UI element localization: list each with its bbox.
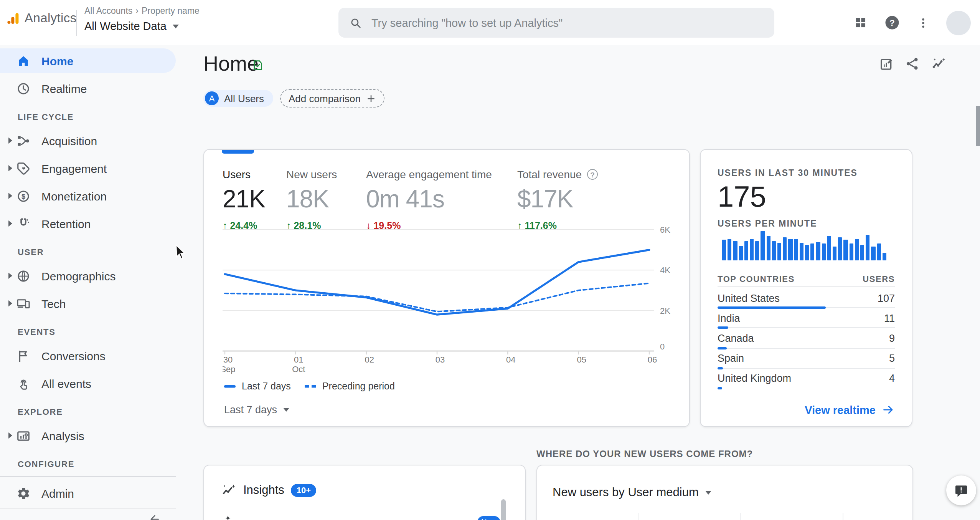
conversions-icon xyxy=(16,348,31,363)
property-selector[interactable]: All Website Data xyxy=(84,20,179,32)
sidebar-item-label: Conversions xyxy=(41,349,106,362)
arrow-right-icon xyxy=(882,403,895,416)
metric-users[interactable]: Users21K↑ 24.4% xyxy=(223,168,265,231)
breadcrumb-property-name[interactable]: Property name xyxy=(142,6,200,15)
country-name: Spain xyxy=(718,353,744,364)
demographics-icon xyxy=(16,268,31,283)
view-realtime-link[interactable]: View realtime xyxy=(805,403,895,416)
expand-arrow-icon[interactable] xyxy=(5,300,16,306)
sidebar-item-admin[interactable]: Admin xyxy=(0,479,176,507)
expand-arrow-icon[interactable] xyxy=(5,193,16,199)
chart-gridline xyxy=(843,513,843,520)
sidebar-item-monetization[interactable]: $Monetization xyxy=(0,182,176,210)
all-users-chip[interactable]: A All Users xyxy=(203,90,273,107)
apps-grid-icon[interactable] xyxy=(854,16,867,29)
sidebar-item-conversions[interactable]: Conversions xyxy=(0,342,176,369)
insight-item-sparkle-icon xyxy=(221,514,235,520)
top-countries-table: United States107India11Canada9Spain5Unit… xyxy=(718,288,895,389)
report-check-icon[interactable] xyxy=(252,59,264,75)
svg-text:30: 30 xyxy=(223,355,233,364)
per-minute-bar xyxy=(728,238,731,260)
sidebar-item-acquisition[interactable]: Acquisition xyxy=(0,127,176,154)
help-icon[interactable]: ? xyxy=(884,15,900,31)
report-toolbar xyxy=(879,56,946,71)
sidebar-section-life-cycle: LIFE CYCLE xyxy=(0,107,176,127)
feedback-button[interactable] xyxy=(946,475,976,505)
chevron-down-icon xyxy=(173,24,179,28)
expand-arrow-icon[interactable] xyxy=(5,220,16,227)
per-minute-bar xyxy=(871,247,875,260)
country-bar xyxy=(718,367,723,369)
share-icon[interactable] xyxy=(905,56,920,71)
realtime-clock-icon xyxy=(16,81,31,96)
comparison-chips: A All Users Add comparison xyxy=(203,89,384,108)
search-icon xyxy=(349,16,362,30)
users-trend-chart: 6K4K2K030Sep01Oct0203040506 xyxy=(223,227,683,380)
user-avatar[interactable] xyxy=(946,10,971,35)
add-comparison-chip[interactable]: Add comparison xyxy=(280,89,384,108)
svg-text:2K: 2K xyxy=(660,306,670,316)
sidebar-item-all-events[interactable]: All events xyxy=(0,369,176,397)
per-minute-bar xyxy=(766,236,770,260)
active-tab-indicator xyxy=(222,150,254,154)
date-range-selector[interactable]: Last 7 days xyxy=(224,404,289,416)
users-per-minute-chart xyxy=(722,231,886,260)
metric-average-engagement-time[interactable]: Average engagement time0m 41s↓ 19.5% xyxy=(366,168,492,231)
per-minute-bar xyxy=(877,243,881,260)
users-per-minute-label: USERS PER MINUTE xyxy=(718,219,817,228)
sidebar-item-label: Home xyxy=(41,54,73,67)
per-minute-bar xyxy=(805,245,809,260)
expand-arrow-icon[interactable] xyxy=(5,165,16,171)
analytics-logo-icon xyxy=(7,12,19,24)
top-countries-label: TOP COUNTRIES xyxy=(718,274,795,283)
insights-scrollbar[interactable] xyxy=(501,499,506,520)
sidebar-item-label: All events xyxy=(41,377,91,390)
property-selector-label: All Website Data xyxy=(84,20,167,32)
sidebar-item-demographics[interactable]: Demographics xyxy=(0,262,176,290)
metric-label: Average engagement time xyxy=(366,168,492,181)
country-row-united-states: United States107 xyxy=(718,288,895,308)
sidebar-item-home[interactable]: Home xyxy=(0,48,176,73)
sidebar-item-label: Realtime xyxy=(41,82,87,95)
expand-arrow-icon[interactable] xyxy=(5,137,16,144)
metric-value: 21K xyxy=(223,185,265,214)
per-minute-bar xyxy=(777,243,781,260)
help-icon[interactable]: ? xyxy=(587,169,598,180)
page-scrollbar-thumb[interactable] xyxy=(976,106,980,146)
sidebar-item-label: Admin xyxy=(41,487,74,500)
chart-gridline xyxy=(740,513,741,520)
country-users: 107 xyxy=(878,292,895,304)
collapse-sidebar-icon[interactable] xyxy=(148,513,160,520)
new-users-card-title-label: New users by User medium xyxy=(553,485,699,499)
metric-new-users[interactable]: New users18K↑ 28.1% xyxy=(286,168,337,231)
realtime-title: USERS IN LAST 30 MINUTES xyxy=(718,168,858,177)
country-bar xyxy=(718,327,728,329)
sidebar-item-retention[interactable]: Retention xyxy=(0,210,176,237)
search-input[interactable] xyxy=(370,16,764,30)
sidebar-item-analysis[interactable]: Analysis xyxy=(0,422,176,449)
new-users-card-title[interactable]: New users by User medium xyxy=(553,485,712,499)
svg-text:Sep: Sep xyxy=(223,364,236,374)
sidebar-item-tech[interactable]: Tech xyxy=(0,290,176,317)
svg-text:05: 05 xyxy=(577,355,586,364)
sidebar-item-engagement[interactable]: Engagement xyxy=(0,154,176,182)
sidebar-item-label: Monetization xyxy=(41,189,107,202)
admin-gear-icon xyxy=(16,486,31,500)
customize-report-icon[interactable] xyxy=(879,56,894,71)
analytics-logo[interactable]: Analytics xyxy=(7,11,77,25)
home-icon xyxy=(16,53,31,68)
breadcrumb-all-accounts[interactable]: All Accounts xyxy=(84,6,132,15)
expand-arrow-icon[interactable] xyxy=(5,432,16,439)
new-users-section-header: WHERE DO YOUR NEW USERS COME FROM? xyxy=(536,449,753,459)
insights-icon[interactable] xyxy=(931,56,946,71)
search-bar[interactable] xyxy=(338,8,774,38)
insights-sparkline-icon xyxy=(221,482,236,498)
retention-icon xyxy=(16,216,31,231)
per-minute-bar xyxy=(855,238,859,260)
more-options-icon[interactable] xyxy=(917,17,929,29)
per-minute-bar xyxy=(838,237,842,260)
sidebar-item-realtime[interactable]: Realtime xyxy=(0,75,176,102)
date-range-label: Last 7 days xyxy=(224,404,277,416)
metric-total-revenue[interactable]: Total revenue?$17K↑ 117.6% xyxy=(517,168,598,231)
expand-arrow-icon[interactable] xyxy=(5,273,16,279)
